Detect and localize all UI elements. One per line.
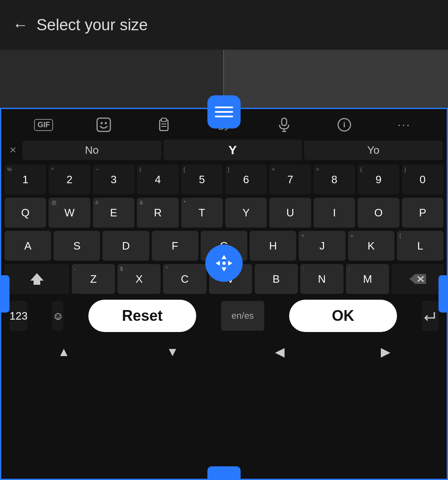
- key-f[interactable]: F: [152, 231, 198, 261]
- key-2[interactable]: ^2: [49, 165, 90, 194]
- enter-key[interactable]: [422, 301, 438, 331]
- svg-text:i: i: [343, 121, 345, 129]
- svg-rect-7: [282, 118, 287, 126]
- emoji-key[interactable]: ☺: [52, 301, 63, 331]
- key-r[interactable]: &R: [137, 198, 178, 228]
- nav-row: ▲ ▼ ◀ ▶: [1, 336, 447, 367]
- key-w[interactable]: @W: [49, 198, 90, 228]
- nav-up-icon[interactable]: ▲: [45, 341, 83, 363]
- key-z[interactable]: -Z: [72, 264, 115, 294]
- left-handle[interactable]: [1, 275, 10, 313]
- svg-rect-4: [161, 118, 166, 121]
- key-s[interactable]: S: [54, 231, 100, 261]
- key-x[interactable]: $X: [117, 264, 161, 294]
- backspace-key[interactable]: [392, 264, 443, 294]
- key-n[interactable]: :N: [300, 264, 343, 294]
- key-e[interactable]: #E: [93, 198, 134, 228]
- suggestion-close[interactable]: ×: [5, 142, 20, 158]
- key-k[interactable]: =K: [348, 231, 394, 261]
- svg-point-2: [105, 122, 107, 124]
- info-button[interactable]: i: [334, 116, 355, 133]
- svg-rect-0: [97, 118, 110, 131]
- qwerty-row: Q @W #E &R *T Y U I O P: [1, 196, 447, 229]
- action-row: 123 ☺ Reset en/es OK: [1, 296, 447, 336]
- menu-button[interactable]: [207, 95, 241, 128]
- key-7[interactable]: <7: [269, 165, 311, 194]
- key-5[interactable]: [5: [181, 165, 223, 194]
- number-row: %1 ^2 ~3 |4 [5 ]6 <7 >8 {9 }0: [1, 163, 447, 196]
- key-y[interactable]: Y: [225, 198, 267, 228]
- key-i[interactable]: I: [314, 198, 355, 228]
- svg-point-19: [222, 262, 226, 265]
- menu-line-3: [215, 116, 233, 117]
- suggestion-no[interactable]: No: [22, 141, 161, 160]
- key-b[interactable]: B: [255, 264, 298, 294]
- key-u[interactable]: U: [269, 198, 311, 228]
- top-bar: ← Select your size: [0, 0, 448, 50]
- move-icon: [214, 253, 234, 273]
- key-j[interactable]: +J: [299, 231, 345, 261]
- key-m[interactable]: ;M: [346, 264, 389, 294]
- right-handle[interactable]: [438, 275, 447, 313]
- suggestions-row: × No Y Yo: [1, 137, 447, 163]
- suggestion-y[interactable]: Y: [163, 140, 302, 160]
- svg-marker-18: [228, 261, 232, 266]
- nav-right-icon[interactable]: ▶: [368, 340, 403, 363]
- keyboard-container: GIF あ: [0, 108, 448, 480]
- menu-line-1: [215, 107, 233, 108]
- key-4[interactable]: |4: [137, 165, 178, 194]
- key-9[interactable]: {9: [358, 165, 399, 194]
- clipboard-button[interactable]: [153, 116, 174, 133]
- mic-button[interactable]: [274, 116, 295, 133]
- ok-button[interactable]: OK: [289, 300, 397, 332]
- key-a[interactable]: A: [5, 231, 51, 261]
- reset-button[interactable]: Reset: [88, 300, 196, 332]
- svg-marker-12: [30, 273, 44, 285]
- svg-marker-17: [216, 261, 220, 266]
- key-t[interactable]: *T: [181, 198, 223, 228]
- key-c[interactable]: "C: [163, 264, 206, 294]
- suggestion-yo[interactable]: Yo: [304, 141, 443, 160]
- content-right: [224, 50, 448, 108]
- back-arrow-icon[interactable]: ←: [12, 16, 28, 34]
- key-3[interactable]: ~3: [93, 165, 134, 194]
- svg-marker-16: [222, 267, 226, 272]
- key-o[interactable]: O: [358, 198, 399, 228]
- key-8[interactable]: >8: [314, 165, 355, 194]
- key-1[interactable]: %1: [5, 165, 46, 194]
- key-q[interactable]: Q: [5, 198, 46, 228]
- numbers-key[interactable]: 123: [10, 301, 27, 331]
- key-h[interactable]: H: [250, 231, 296, 261]
- svg-marker-15: [222, 255, 226, 259]
- shift-key[interactable]: [5, 264, 69, 294]
- key-l[interactable]: (L: [397, 231, 443, 261]
- key-p[interactable]: P: [402, 198, 443, 228]
- sticker-button[interactable]: [93, 116, 114, 133]
- content-left: [0, 50, 224, 108]
- key-d[interactable]: D: [102, 231, 149, 261]
- svg-point-1: [101, 122, 103, 124]
- page-title: Select your size: [37, 16, 148, 34]
- space-key[interactable]: en/es: [221, 301, 264, 331]
- more-button[interactable]: ···: [394, 116, 414, 133]
- key-6[interactable]: ]6: [225, 165, 267, 194]
- move-handle[interactable]: [205, 245, 243, 282]
- key-0[interactable]: }0: [402, 165, 443, 194]
- menu-line-2: [215, 111, 233, 113]
- bottom-tab[interactable]: [207, 466, 241, 479]
- gif-button[interactable]: GIF: [33, 116, 54, 133]
- nav-left-icon[interactable]: ◀: [263, 340, 297, 363]
- nav-down-icon[interactable]: ▼: [154, 341, 191, 363]
